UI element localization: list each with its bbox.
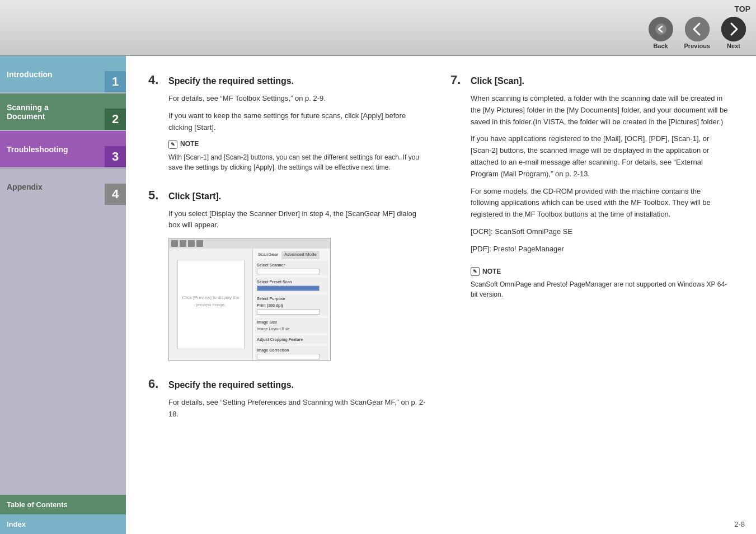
scanner-row-6-input: [257, 354, 320, 359]
toolbar-icon-3: [188, 240, 195, 247]
sidebar-label-introduction: Introduction: [7, 70, 53, 79]
index-label: Index: [7, 520, 26, 528]
back-icon: [649, 17, 673, 41]
scanner-preview: Click [Preview] to display the preview i…: [177, 260, 245, 349]
step-5-para-1: If you select [Display the Scanner Drive…: [168, 208, 428, 232]
step-7-title: Click [Scan].: [471, 76, 524, 86]
next-icon: [721, 17, 746, 41]
svg-point-1: [685, 17, 710, 41]
sidebar-item-troubleshooting[interactable]: Troubleshooting 3: [0, 131, 126, 167]
scanner-row-1-input: [257, 269, 320, 274]
content-area: 4. Specify the required settings. For de…: [126, 56, 756, 534]
sidebar-number-introduction: 1: [105, 71, 126, 92]
scanner-row-4-sub: Image Layout Rule: [257, 326, 326, 332]
scanner-preview-text: Click [Preview] to display the preview i…: [178, 294, 244, 309]
step-7-para-5: [PDF]: Presto! PageManager: [471, 243, 730, 255]
sidebar: Introduction 1 Scanning aDocument 2 Trou…: [0, 56, 126, 534]
sidebar-item-toc[interactable]: Table of Contents: [0, 495, 126, 514]
nav-buttons: Back Previous Next: [644, 15, 750, 51]
content-right: 7. Click [Scan]. When scanning is comple…: [450, 73, 730, 517]
note-label-4: NOTE: [180, 139, 199, 149]
sidebar-item-appendix[interactable]: Appendix 4: [0, 168, 126, 205]
note-text-7: ScanSoft OmniPage and Presto! PageManage…: [471, 279, 730, 299]
previous-label: Previous: [684, 43, 710, 49]
toolbar-icon-1: [171, 240, 178, 247]
back-label: Back: [653, 43, 668, 49]
scanner-row-1-title: Select Scanner: [257, 262, 326, 268]
note-text-4: With [Scan-1] and [Scan-2] buttons, you …: [168, 152, 428, 172]
sidebar-label-appendix: Appendix: [7, 182, 43, 191]
scanner-row-3-title: Select PurposePrint (300 dpi): [257, 296, 326, 308]
step-5-title: Click [Start].: [168, 191, 221, 202]
step-4-para-2: If you want to keep the same settings fo…: [168, 110, 428, 134]
scanner-tab-basic: ScanGear: [255, 251, 281, 259]
scanner-row-2-title: Select Preset Scan: [257, 279, 326, 285]
step-6-block: 6. Specify the required settings. For de…: [148, 377, 428, 420]
step-5-body: If you select [Display the Scanner Drive…: [148, 208, 428, 362]
step-7-body: When scanning is completed, a folder wit…: [450, 93, 730, 299]
step-7-para-3: For some models, the CD-ROM provided wit…: [471, 186, 730, 221]
scanner-row-2-input: [257, 285, 320, 291]
step-5-number: 5.: [148, 188, 162, 203]
scanner-tab-advanced: Advanced Mode: [281, 251, 320, 259]
step-7-number: 7.: [450, 73, 464, 87]
scanner-row-5-title: Adjust Cropping Feature: [257, 336, 326, 343]
step-5-block: 5. Click [Start]. If you select [Display…: [148, 188, 428, 362]
sidebar-label-troubleshooting: Troubleshooting: [7, 145, 68, 154]
previous-button[interactable]: Previous: [680, 15, 715, 51]
sidebar-number-scanning: 2: [105, 109, 126, 130]
toc-label: Table of Contents: [7, 500, 68, 509]
note-label-7: NOTE: [482, 266, 501, 277]
scanner-row-3-input: [257, 309, 320, 315]
page-number: 2-8: [734, 520, 745, 528]
sidebar-label-scanning: Scanning aDocument: [7, 103, 49, 121]
content-left: 4. Specify the required settings. For de…: [148, 73, 428, 517]
scanner-row-6-title: Image Correction: [257, 347, 326, 353]
step-7-para-2: If you have applications registered to t…: [471, 133, 730, 180]
step-4-para-1: For details, see “MF Toolbox Settings,” …: [168, 93, 428, 105]
top-label: TOP: [734, 4, 750, 13]
next-button[interactable]: Next: [717, 15, 750, 51]
scanner-row-4-title: Image Size: [257, 319, 326, 325]
note-icon-7: ✎: [471, 267, 480, 276]
step-7-block: 7. Click [Scan]. When scanning is comple…: [450, 73, 730, 299]
step-7-para-1: When scanning is completed, a folder wit…: [471, 93, 730, 128]
step-7-note: ✎ NOTE ScanSoft OmniPage and Presto! Pag…: [471, 266, 730, 299]
sidebar-bottom: Table of Contents Index: [0, 495, 126, 534]
step-6-number: 6.: [148, 377, 162, 391]
sidebar-item-index[interactable]: Index: [0, 514, 126, 534]
step-7-para-4: [OCR]: ScanSoft OmniPage SE: [471, 226, 730, 238]
main-layout: Introduction 1 Scanning aDocument 2 Trou…: [0, 56, 756, 534]
step-4-number: 4.: [148, 73, 162, 87]
step-4-title: Specify the required settings.: [168, 76, 294, 86]
step-6-para-1: For details, see “Setting Preferences an…: [168, 397, 428, 420]
svg-point-0: [655, 24, 666, 35]
step-6-title: Specify the required settings.: [168, 380, 294, 390]
sidebar-item-scanning[interactable]: Scanning aDocument 2: [0, 93, 126, 130]
sidebar-number-appendix: 4: [105, 184, 126, 205]
sidebar-number-troubleshooting: 3: [105, 146, 126, 167]
top-bar: TOP Back Previous Next: [0, 0, 756, 56]
svg-point-2: [721, 17, 746, 41]
step-4-note: ✎ NOTE With [Scan-1] and [Scan-2] button…: [168, 139, 428, 172]
scanner-dialog-image: Click [Preview] to display the preview i…: [168, 238, 331, 361]
step-4-body: For details, see “MF Toolbox Settings,” …: [148, 93, 428, 172]
back-button[interactable]: Back: [644, 15, 678, 51]
toolbar-icon-2: [180, 240, 186, 247]
step-4-block: 4. Specify the required settings. For de…: [148, 73, 428, 172]
sidebar-item-introduction[interactable]: Introduction 1: [0, 56, 126, 92]
toolbar-icon-4: [196, 240, 203, 247]
note-icon-4: ✎: [168, 140, 177, 149]
previous-icon: [685, 17, 710, 41]
next-label: Next: [727, 43, 740, 49]
step-6-body: For details, see “Setting Preferences an…: [148, 397, 428, 420]
